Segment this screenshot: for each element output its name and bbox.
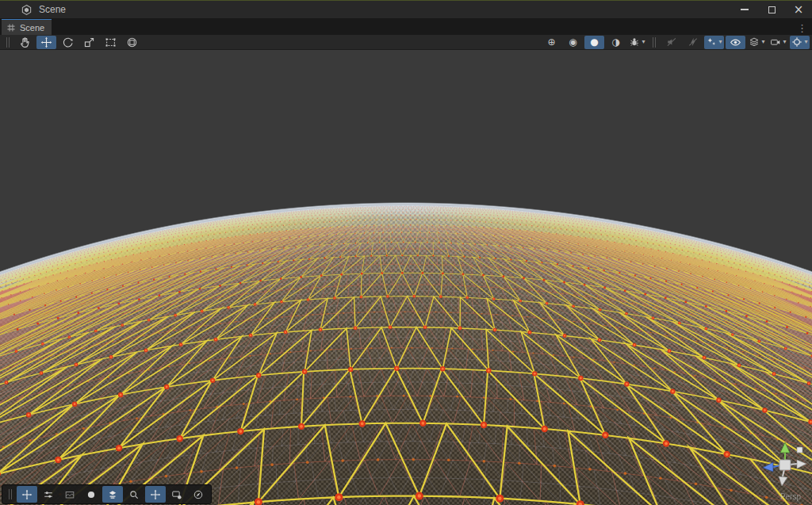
- tool-group-right: ⊕ ◉ ● ◑ ▾: [542, 36, 810, 49]
- terrain-icon: [64, 489, 75, 500]
- move-icon: [150, 489, 161, 500]
- tab-bar: Scene ⋮: [0, 18, 812, 35]
- effects-dropdown-button[interactable]: ▾: [704, 36, 724, 49]
- camera-icon: [770, 36, 781, 48]
- scale-tool-button[interactable]: [79, 36, 99, 49]
- rect-tool-button[interactable]: [101, 36, 121, 49]
- scene-viewport: Persp: [0, 50, 812, 505]
- overlay-search-button[interactable]: [124, 486, 144, 503]
- tab-label: Scene: [20, 23, 44, 33]
- rotate-icon: [62, 36, 74, 48]
- rect-icon: [105, 36, 117, 48]
- audio-muted-icon: [666, 36, 677, 48]
- hand-icon: [19, 36, 31, 48]
- view-hand-tool-button[interactable]: [15, 36, 35, 49]
- sliders-icon: [43, 489, 54, 500]
- rotate-tool-button[interactable]: [58, 36, 78, 49]
- close-button[interactable]: ×: [785, 1, 812, 18]
- overlay-lod-view-button[interactable]: [102, 486, 123, 503]
- tool-group-left: [2, 36, 142, 49]
- scene-grid-icon: [6, 23, 16, 33]
- overlay-toolbar: [2, 484, 212, 504]
- overlay-terrain-button[interactable]: [59, 486, 80, 503]
- eye-icon: [730, 36, 741, 48]
- camera-projection-label[interactable]: Persp: [780, 492, 801, 501]
- scene-visibility-button[interactable]: [726, 36, 745, 49]
- move-icon: [21, 489, 33, 500]
- toolbar-drag-handle[interactable]: [6, 37, 10, 48]
- camera-capture-icon: [171, 489, 182, 500]
- audio-toggle-button[interactable]: [661, 36, 681, 49]
- lod-diamond-icon: [107, 489, 118, 500]
- chevron-down-icon: ▾: [783, 39, 786, 45]
- camera-settings-dropdown[interactable]: ▾: [747, 36, 767, 49]
- toolbar-separator-handle[interactable]: [653, 37, 656, 48]
- window-title: Scene: [39, 4, 66, 15]
- transform-icon: [126, 36, 138, 48]
- tab-overflow-menu[interactable]: ⋮: [797, 23, 807, 33]
- minimize-icon: [741, 9, 749, 10]
- scene-window: Scene × Scene ⋮: [0, 0, 812, 505]
- search-icon: [128, 489, 140, 500]
- compass-icon: [193, 489, 204, 500]
- unity-logo-icon: [21, 4, 33, 16]
- sphere-icon: [86, 489, 97, 500]
- chevron-down-icon: ▾: [718, 39, 722, 45]
- move-tool-button[interactable]: [36, 36, 56, 49]
- minimize-button[interactable]: [731, 1, 758, 18]
- sparkles-icon: [706, 36, 717, 48]
- wireframe-mode-button[interactable]: ⊕: [542, 36, 561, 49]
- overlay-view-options-button[interactable]: [38, 486, 59, 503]
- transform-tool-button[interactable]: [122, 36, 142, 49]
- scene-toolbar: ⊕ ◉ ● ◑ ▾: [0, 35, 812, 50]
- lighting-off-icon: [688, 36, 699, 48]
- unlit-mode-button[interactable]: ◑: [606, 36, 626, 49]
- bug-icon: [629, 36, 640, 48]
- chevron-down-icon: ▾: [642, 39, 645, 45]
- overlay-drag-handle[interactable]: [9, 489, 12, 499]
- debug-draw-mode-dropdown[interactable]: ▾: [627, 36, 647, 49]
- maximize-icon: [768, 6, 776, 13]
- overlay-move-button[interactable]: [145, 486, 166, 503]
- window-titlebar[interactable]: Scene ×: [0, 1, 812, 18]
- grid-settings-dropdown[interactable]: ▾: [768, 36, 788, 49]
- shaded-mode-button[interactable]: ●: [584, 36, 604, 49]
- scale-icon: [83, 36, 95, 48]
- chevron-down-icon: ▾: [761, 39, 764, 45]
- lighting-toggle-button[interactable]: [683, 36, 703, 49]
- overlay-sphere-button[interactable]: [81, 486, 102, 503]
- overlay-navigation-button[interactable]: [188, 486, 209, 503]
- axis-gizmo-icon: [757, 437, 812, 492]
- orientation-gizmo[interactable]: [757, 437, 812, 492]
- window-controls: ×: [731, 1, 812, 18]
- scene-viewport-canvas[interactable]: [0, 50, 812, 505]
- chevron-down-icon: ▾: [804, 39, 807, 45]
- gizmo-target-icon: [791, 36, 802, 48]
- tab-scene[interactable]: Scene: [2, 19, 52, 35]
- overlay-transform-tools-button[interactable]: [17, 486, 37, 503]
- gizmos-dropdown-button[interactable]: ▾: [790, 36, 810, 49]
- layers-icon: [749, 36, 760, 48]
- maximize-button[interactable]: [758, 1, 785, 18]
- move-icon: [40, 36, 52, 48]
- shaded-wireframe-mode-button[interactable]: ◉: [563, 36, 583, 49]
- overlay-camera-capture-button[interactable]: [167, 486, 187, 503]
